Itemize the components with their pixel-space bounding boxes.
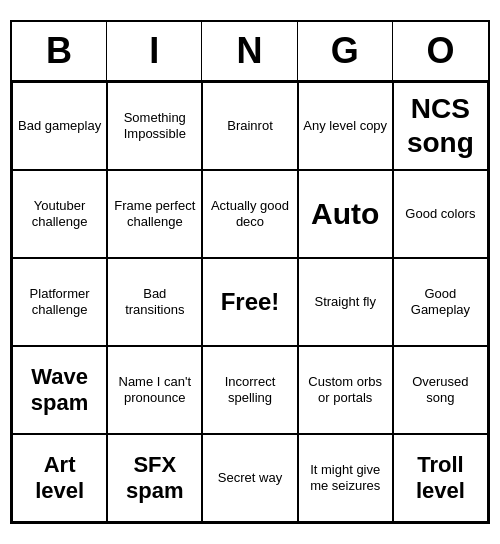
bingo-cell-17[interactable]: Incorrect spelling (202, 346, 297, 434)
bingo-cell-14[interactable]: Good Gameplay (393, 258, 488, 346)
bingo-cell-3[interactable]: Any level copy (298, 82, 393, 170)
bingo-grid: Bad gameplaySomething ImpossibleBrainrot… (12, 82, 488, 522)
bingo-cell-8[interactable]: Auto (298, 170, 393, 258)
bingo-cell-1[interactable]: Something Impossible (107, 82, 202, 170)
header-i: I (107, 22, 202, 80)
bingo-cell-7[interactable]: Actually good deco (202, 170, 297, 258)
bingo-cell-5[interactable]: Youtuber challenge (12, 170, 107, 258)
bingo-cell-13[interactable]: Straight fly (298, 258, 393, 346)
header-o: O (393, 22, 488, 80)
bingo-cell-23[interactable]: It might give me seizures (298, 434, 393, 522)
bingo-cell-24[interactable]: Troll level (393, 434, 488, 522)
bingo-cell-11[interactable]: Bad transitions (107, 258, 202, 346)
bingo-cell-15[interactable]: Wave spam (12, 346, 107, 434)
bingo-cell-9[interactable]: Good colors (393, 170, 488, 258)
bingo-cell-20[interactable]: Art level (12, 434, 107, 522)
bingo-cell-21[interactable]: SFX spam (107, 434, 202, 522)
bingo-cell-12[interactable]: Free! (202, 258, 297, 346)
bingo-cell-18[interactable]: Custom orbs or portals (298, 346, 393, 434)
bingo-cell-10[interactable]: Platformer challenge (12, 258, 107, 346)
header-g: G (298, 22, 393, 80)
bingo-cell-2[interactable]: Brainrot (202, 82, 297, 170)
header-n: N (202, 22, 297, 80)
bingo-cell-22[interactable]: Secret way (202, 434, 297, 522)
bingo-cell-0[interactable]: Bad gameplay (12, 82, 107, 170)
bingo-header: B I N G O (12, 22, 488, 82)
header-b: B (12, 22, 107, 80)
bingo-cell-16[interactable]: Name I can't pronounce (107, 346, 202, 434)
bingo-card: B I N G O Bad gameplaySomething Impossib… (10, 20, 490, 524)
bingo-cell-4[interactable]: NCS song (393, 82, 488, 170)
bingo-cell-6[interactable]: Frame perfect challenge (107, 170, 202, 258)
bingo-cell-19[interactable]: Overused song (393, 346, 488, 434)
